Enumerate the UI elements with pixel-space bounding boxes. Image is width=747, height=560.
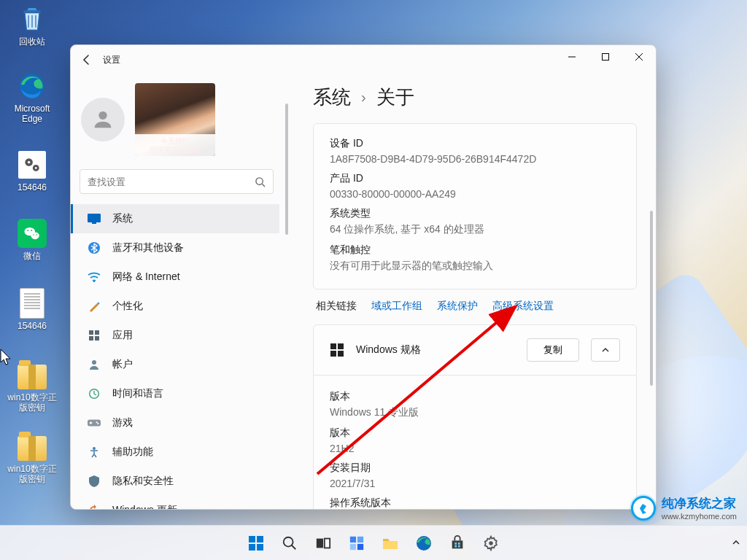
desktop-icon-zip-2[interactable]: win10数字正版密钥 [4,432,60,484]
sidebar-item-bluetooth[interactable]: 蓝牙和其他设备 [71,233,279,262]
chevron-right-icon: › [361,89,366,106]
link-domain-workgroup[interactable]: 域或工作组 [371,300,422,313]
svg-rect-39 [325,538,330,548]
crumb-system[interactable]: 系统 [313,85,351,110]
sidebar-item-access[interactable]: 辅助功能 [71,438,279,467]
window-title: 设置 [103,54,120,66]
spec-row: 版本21H2 [330,427,620,454]
svg-point-6 [31,232,39,239]
copy-button[interactable]: 复制 [527,338,579,362]
chevron-up-icon [601,346,610,354]
link-system-protection[interactable]: 系统保护 [437,300,478,313]
svg-point-2 [28,161,31,164]
desktop-icon-text-file[interactable]: 154646 [4,289,60,331]
wechat-icon [18,219,47,248]
widgets[interactable] [342,529,371,558]
svg-point-22 [92,360,96,365]
task-view-icon [315,535,331,551]
close-button[interactable] [622,45,656,69]
minimize-icon [568,53,576,61]
sidebar-item-time[interactable]: 时间和语言 [71,379,279,408]
svg-rect-41 [357,536,363,542]
minimize-button[interactable] [555,45,589,69]
sidebar-item-gaming[interactable]: 游戏 [71,408,279,438]
search-field[interactable] [88,176,255,187]
sidebar-item-apps[interactable]: 应用 [71,321,279,350]
sidebar: 今天很忙但没有忘记想你 系统蓝牙和其他设备网络 & Internet个性化应用帐… [71,74,282,509]
avatar[interactable] [81,98,125,141]
svg-rect-36 [257,544,263,551]
network-icon [88,271,101,284]
sidebar-item-network[interactable]: 网络 & Internet [71,262,279,292]
content-scrollbar[interactable] [647,123,656,509]
system-icon [88,212,101,225]
desktop-icon-recycle-bin[interactable]: 回收站 [4,4,60,47]
text-file-icon [18,289,47,318]
windows-spec-header[interactable]: Windows 规格 复制 [313,324,637,376]
sidebar-item-personal[interactable]: 个性化 [71,292,279,321]
time-icon [88,387,101,400]
taskbar-search[interactable] [275,529,304,558]
svg-rect-34 [257,536,263,542]
update-icon [88,504,101,509]
svg-point-37 [284,537,293,546]
titlebar: 设置 [71,45,656,74]
search-icon [282,535,298,551]
profile-block: 今天很忙但没有忘记想你 [71,79,282,169]
related-links: 相关链接 域或工作组 系统保护 高级系统设置 [316,300,634,313]
link-advanced-system-settings[interactable]: 高级系统设置 [492,300,554,313]
access-icon [88,446,101,459]
svg-rect-30 [330,351,336,357]
back-button[interactable] [74,47,100,73]
svg-point-12 [98,112,107,120]
folder-icon [382,534,399,552]
svg-rect-46 [458,542,460,545]
related-links-label: 相关链接 [316,300,357,313]
desktop-icon-wechat[interactable]: 微信 [4,219,60,261]
personal-icon [88,300,101,313]
svg-rect-48 [458,545,460,547]
desktop-icon-config-file[interactable]: 154646 [4,150,60,192]
svg-point-9 [33,234,34,236]
taskbar-settings[interactable] [476,529,506,558]
sidebar-item-system[interactable]: 系统 [71,204,279,233]
svg-rect-40 [350,536,356,542]
svg-rect-19 [95,330,99,335]
taskbar-store[interactable] [443,529,472,558]
svg-rect-45 [454,542,457,545]
apps-icon [88,329,101,342]
svg-point-25 [96,421,98,423]
start-button[interactable] [241,529,271,558]
sidebar-item-accounts[interactable]: 帐户 [71,350,279,379]
taskbar-edge[interactable] [409,529,438,558]
search-icon [255,176,266,187]
system-tray[interactable] [731,528,741,557]
collapse-button[interactable] [591,338,620,362]
sidebar-item-privacy[interactable]: 隐私和安全性 [71,467,279,496]
spec-row: 操作系统版本22000.100 [330,497,620,509]
maximize-button[interactable] [589,45,622,69]
svg-point-4 [35,167,37,169]
task-view[interactable] [309,529,338,558]
desktop-icon-zip-1[interactable]: win10数字正版密钥 [4,360,60,413]
breadcrumb: 系统 › 关于 [313,85,656,110]
taskbar-explorer[interactable] [376,529,405,558]
maximize-icon [602,53,609,61]
chevron-up-icon[interactable] [731,537,741,548]
svg-point-49 [489,541,493,545]
accounts-icon [88,358,101,371]
taskbar [0,525,747,560]
device-spec-card: 设备 ID1A8F7508-D9B4-4D79-95D6-26B914F4472… [313,123,637,289]
gear-icon [483,535,499,551]
svg-rect-43 [357,543,363,549]
search-input[interactable] [80,169,274,194]
zip-folder-icon [18,432,47,461]
sidebar-item-update[interactable]: Windows 更新 [71,496,279,509]
desktop-icon-edge[interactable]: Microsoft Edge [4,71,60,124]
svg-rect-21 [95,336,99,341]
sidebar-scrollbar[interactable] [282,74,291,509]
arrow-left-icon [81,54,93,66]
svg-rect-42 [350,543,356,549]
svg-rect-35 [249,544,255,551]
svg-point-13 [256,177,263,184]
